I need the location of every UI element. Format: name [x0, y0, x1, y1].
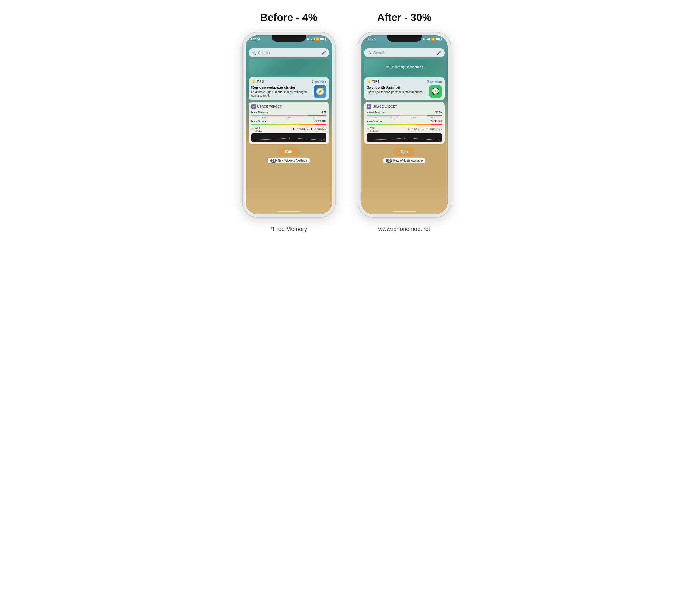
before-usage-header: 🔘 USAGE WIDGET: [251, 104, 326, 109]
before-status-icons: ▶ 📶: [308, 37, 326, 41]
after-tips-content: Say it with Animoji Learn how to send pe…: [367, 85, 442, 98]
bar4: [314, 38, 315, 40]
after-space-fill: [367, 123, 416, 125]
before-edit-button[interactable]: Edit: [278, 147, 299, 156]
after-location-icon: ▶: [423, 38, 425, 40]
before-signal: [310, 38, 315, 40]
before-used-label: used: [302, 116, 326, 118]
after-space-end: [431, 123, 442, 125]
before-phone-frame: 09:24 ▶ 📶: [243, 32, 335, 217]
after-badge-label: New Widgets Available: [393, 159, 423, 162]
after-badge-num: 38: [386, 159, 392, 162]
after-wifi-ssid: SPEED: [370, 130, 378, 132]
before-tips-text: TIPS: [257, 80, 264, 83]
after-new-widgets-badge: 38 New Widgets Available: [383, 158, 426, 163]
before-network-graph: nan %: [251, 133, 326, 142]
after-nan: nan %: [434, 139, 441, 141]
before-wifi-dot: [251, 128, 254, 131]
comparison-container: Before - 4% 09:24 ▶ 📶: [243, 12, 451, 232]
after-used-bar: [427, 115, 442, 116]
after-phone-inner: 09:26 ▶ 📶: [361, 35, 448, 214]
after-free-label: free: [367, 116, 385, 118]
after-tips-text: TIPS: [372, 80, 379, 83]
after-wifi-dot: [367, 128, 369, 131]
before-footer: *Free Memory: [271, 226, 307, 232]
after-wifi-label: WiFi SPEED: [370, 126, 407, 132]
before-battery: [320, 38, 326, 40]
after-inactive-bar: [389, 115, 401, 116]
after-battery: [436, 38, 442, 40]
after-tips-label: 💡 TIPS: [367, 79, 379, 83]
after-signal: [426, 38, 430, 40]
before-search-icon: 🔍: [252, 51, 256, 55]
before-up-arrow: ⬆: [311, 128, 313, 131]
after-usage-label: USAGE WIDGET: [373, 105, 397, 108]
before-space-fill: [251, 123, 300, 125]
before-active-label: active: [277, 116, 301, 118]
after-footer: www.iphonemod.net: [378, 226, 430, 232]
after-edit-button[interactable]: Edit: [394, 147, 415, 156]
before-space-bar: [251, 123, 326, 125]
after-bar3: [428, 38, 429, 40]
bar3: [313, 38, 314, 40]
before-active-bar: [266, 115, 308, 116]
after-tips-title: Say it with Animoji: [367, 85, 427, 90]
after-status-icons: ▶ 📶: [423, 37, 442, 41]
after-time: 09:26: [367, 37, 376, 41]
after-free-bar: [367, 115, 389, 116]
before-memory-header: Free Memory 4 %: [251, 111, 326, 114]
before-bar-labels: inactive active used: [251, 116, 326, 118]
before-memory-bar: [251, 115, 326, 116]
before-nan: nan %: [319, 139, 325, 141]
before-tips-title: Remove webpage clutter: [251, 85, 312, 90]
before-up-speed: 0.00 Kbps: [315, 128, 326, 131]
before-usage-icon: 🔘: [251, 104, 256, 109]
before-tips-header: 💡 TIPS Show More: [251, 79, 326, 83]
after-space-value: 3.18 GB: [431, 120, 442, 123]
before-graph-svg: [251, 136, 316, 141]
after-no-destinations: No Upcoming Destinations: [385, 65, 423, 69]
after-notch: [387, 35, 422, 42]
after-phone-content: 🔍 Search 🎤 No Upcoming Destinations: [361, 47, 448, 214]
before-tips-label: 💡 TIPS: [251, 79, 264, 83]
after-space-bar: [367, 123, 442, 125]
before-search-bar[interactable]: 🔍 Search 🎤: [249, 48, 329, 57]
after-space-header: Free Space 3.18 GB: [367, 120, 442, 123]
after-free-memory-row: Free Memory 30 % free in: [367, 111, 442, 118]
before-wifi-label: WiFi SPEED: [255, 126, 292, 132]
after-tips-desc: Learn how to send personalized animation…: [367, 90, 427, 94]
before-space-label: Free Space: [251, 120, 266, 123]
before-safari-icon: [314, 85, 326, 98]
before-tips-widget: 💡 TIPS Show More Remove webpage clutter …: [249, 77, 329, 100]
after-messages-icon: 💬: [429, 85, 442, 98]
after-usage-icon: 🔘: [367, 104, 372, 109]
before-usage-widget: 🔘 USAGE WIDGET Free Memory 4 %: [249, 102, 329, 144]
before-down-speed: 0.00 Kbps: [296, 128, 308, 131]
before-wifi-row: WiFi SPEED ⬇ 0.00 Kbps ⬆ 0.00 Kbps: [251, 126, 326, 132]
after-active-label: active: [405, 116, 423, 118]
after-show-more[interactable]: Show More: [427, 80, 442, 83]
before-inactive-label: inactive: [251, 116, 276, 118]
before-space-mid: [300, 123, 315, 125]
before-free-space-row: Free Space 3.16 GB: [251, 120, 326, 125]
after-bar2: [427, 39, 428, 40]
after-bulb-icon: 💡: [367, 79, 372, 83]
after-search-bar[interactable]: 🔍 Search 🎤: [364, 48, 445, 57]
after-up-arrow: ⬆: [426, 128, 428, 131]
before-down-arrow: ⬇: [292, 128, 295, 131]
before-location-icon: ▶: [308, 38, 310, 40]
before-notch: [272, 35, 306, 42]
before-tips-text-area: Remove webpage clutter Learn how Safari …: [251, 85, 312, 98]
before-show-more[interactable]: Show More: [312, 80, 326, 83]
after-search-icon: 🔍: [368, 51, 372, 55]
after-graph-svg: [367, 136, 432, 141]
before-map-widget: [249, 59, 329, 75]
after-bar-labels: free inactive active used: [367, 116, 442, 118]
after-active-bar: [401, 115, 427, 116]
before-memory-label: Free Memory: [251, 111, 269, 114]
before-usage-label: USAGE WIDGET: [257, 105, 282, 108]
after-used-label: used: [424, 116, 442, 118]
after-free-space-row: Free Space 3.18 GB: [367, 120, 442, 125]
after-phone-frame: 09:26 ▶ 📶: [358, 32, 451, 217]
after-usage-header: 🔘 USAGE WIDGET: [367, 104, 442, 109]
